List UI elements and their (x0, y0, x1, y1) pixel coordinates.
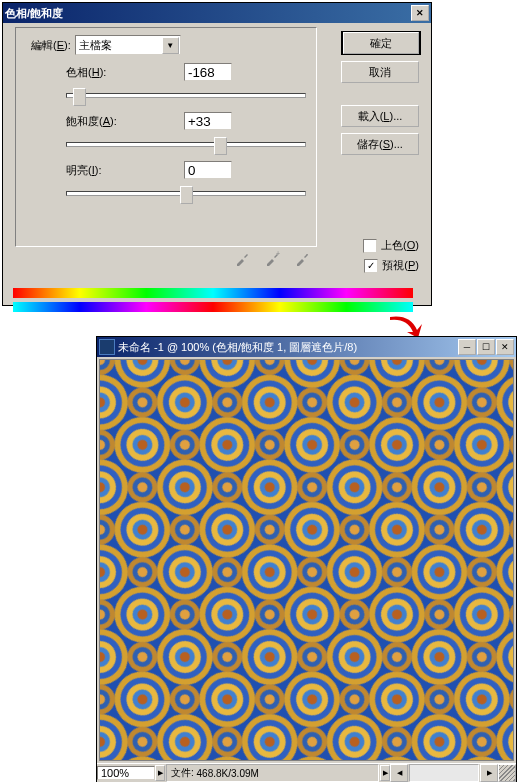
scroll-left-icon[interactable]: ◀ (390, 764, 408, 782)
hue-slider[interactable] (66, 86, 306, 102)
minimize-icon[interactable]: ─ (458, 339, 476, 355)
eyedropper-icon[interactable] (233, 248, 253, 268)
color-spectrum-after (13, 302, 413, 312)
close-icon[interactable]: ✕ (411, 5, 429, 21)
save-button[interactable]: 儲存(S)... (341, 133, 419, 155)
h-scrollbar[interactable] (409, 764, 479, 782)
zoom-value: 100% (98, 767, 154, 779)
dialog-titlebar[interactable]: 色相/飽和度 ✕ (3, 3, 431, 23)
lightness-slider[interactable] (66, 184, 306, 200)
hue-saturation-dialog: 色相/飽和度 ✕ 編輯(E): 主檔案 ▼ 色相(H): 飽和度(A): (2, 2, 432, 306)
preview-checkbox[interactable]: ✓ (364, 259, 378, 273)
status-bar: 100% ▶ 文件: 468.8K/3.09M ▶ ◀ ▶ (97, 763, 516, 782)
svg-rect-20 (100, 360, 513, 760)
svg-text:+: + (276, 250, 280, 257)
image-titlebar[interactable]: 未命名 -1 @ 100% (色相/飽和度 1, 圖層遮色片/8) ─ ☐ ✕ (97, 337, 516, 357)
saturation-slider[interactable] (66, 135, 306, 151)
ps-icon (99, 339, 115, 355)
load-button[interactable]: 載入(L)... (341, 105, 419, 127)
file-info: 文件: 468.8K/3.09M (166, 764, 379, 782)
colorize-checkbox[interactable] (363, 239, 377, 253)
dialog-title: 色相/飽和度 (5, 6, 63, 21)
image-window: 未命名 -1 @ 100% (色相/飽和度 1, 圖層遮色片/8) ─ ☐ ✕ (96, 336, 517, 782)
eyedropper-plus-icon[interactable]: + (263, 248, 283, 268)
close-icon[interactable]: ✕ (496, 339, 514, 355)
preview-label: 預視(P) (382, 258, 419, 273)
colorize-label: 上色(O) (381, 238, 419, 253)
color-spectrum-before (13, 288, 413, 298)
cancel-button[interactable]: 取消 (341, 61, 419, 83)
scroll-right-icon[interactable]: ▶ (480, 764, 498, 782)
maximize-icon[interactable]: ☐ (477, 339, 495, 355)
ok-button[interactable]: 確定 (341, 31, 421, 55)
svg-text:-: - (306, 250, 309, 257)
zoom-field[interactable]: 100% (97, 766, 155, 780)
resize-grip-icon[interactable] (498, 764, 516, 782)
info-arrow-icon[interactable]: ▶ (380, 765, 390, 781)
image-title: 未命名 -1 @ 100% (色相/飽和度 1, 圖層遮色片/8) (118, 340, 357, 355)
eyedropper-minus-icon[interactable]: - (293, 248, 313, 268)
zoom-arrow-icon[interactable]: ▶ (155, 765, 165, 781)
image-canvas[interactable] (99, 359, 514, 761)
